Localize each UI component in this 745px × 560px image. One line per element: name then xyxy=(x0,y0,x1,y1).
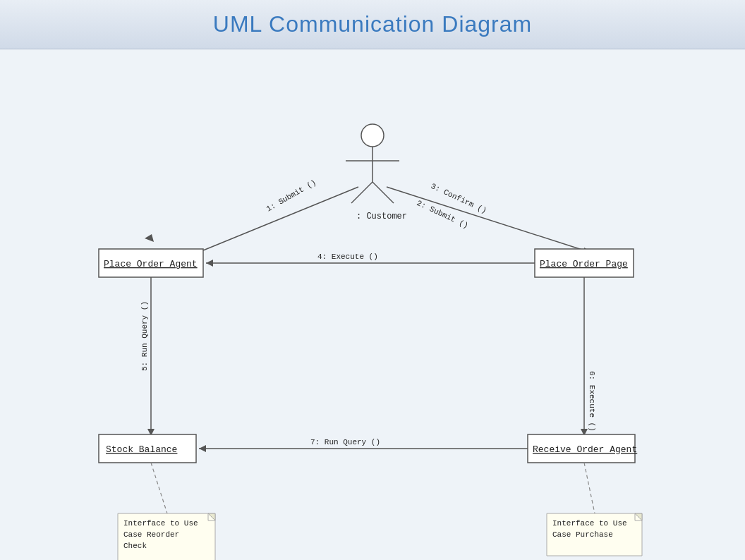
stock-balance-label: Stock Balance xyxy=(106,444,177,455)
msg4-label: 4: Execute () xyxy=(317,252,378,261)
msg4-arrow xyxy=(206,260,213,267)
receive-order-agent-label: Receive Order Agent xyxy=(533,444,637,455)
note2-line1: Interface to Use xyxy=(552,519,627,528)
place-order-page-label: Place Order Page xyxy=(540,259,628,269)
svg-text:1: Submit (): 1: Submit () xyxy=(265,178,318,214)
actor-right-leg xyxy=(372,182,394,203)
note1-line3: Check xyxy=(123,542,147,550)
line-actor-to-pop xyxy=(387,187,584,250)
msg7-label: 7: Run Query () xyxy=(310,438,380,446)
note1-line1: Interface to Use xyxy=(123,519,198,528)
note2-line2: Case Purchase xyxy=(552,530,613,539)
msg1-arrow xyxy=(145,234,154,242)
svg-text:5: Run Query (): 5: Run Query () xyxy=(140,301,149,371)
dashed-line-note2 xyxy=(584,463,595,513)
diagram-area: : Customer 1: Submit () 2: Submit () 3: … xyxy=(0,49,745,560)
actor-left-leg xyxy=(351,182,372,203)
actor-label: : Customer xyxy=(356,212,407,221)
msg7-arrow xyxy=(199,445,206,452)
actor-head xyxy=(361,124,384,147)
msg1-label: 1: Submit () xyxy=(265,178,318,214)
note1-line2: Case Reorder xyxy=(123,530,179,539)
dashed-line-note1 xyxy=(151,463,167,513)
svg-text:6: Execute (): 6: Execute () xyxy=(588,371,596,432)
place-order-agent-label: Place Order Agent xyxy=(104,259,198,269)
msg6-label: 6: Execute () xyxy=(588,371,596,432)
header-title: UML Communication Diagram xyxy=(213,11,532,37)
header: UML Communication Diagram xyxy=(0,0,745,49)
msg5-label: 5: Run Query () xyxy=(140,301,149,371)
